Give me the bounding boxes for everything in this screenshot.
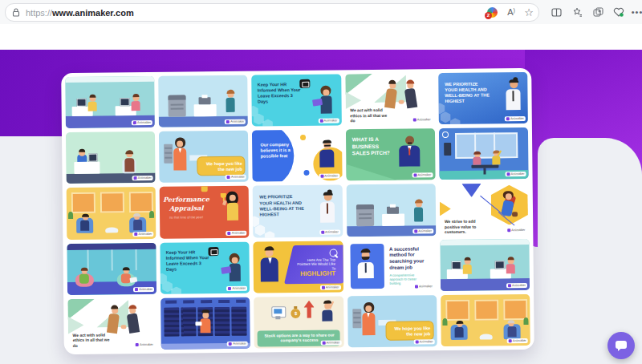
thumbnail-talkshow[interactable]: Animaker <box>67 187 156 239</box>
address-bar[interactable]: https://www.animaker.com <box>5 3 539 22</box>
thumbnail-highlight[interactable]: Here Are The Top Pointers We Would Like … <box>254 241 343 293</box>
tile-subtext: Its that time of the year! <box>168 216 205 220</box>
thumbnail-talkshow[interactable]: Animaker <box>441 294 530 346</box>
collections-icon[interactable] <box>568 3 586 21</box>
thumbnail-ethics[interactable]: We act with solid ethics in all that we … <box>67 298 157 350</box>
art-shape <box>255 224 266 236</box>
art-shape <box>463 265 472 274</box>
thumbnail-printer[interactable]: Animaker <box>346 184 436 237</box>
thumbnail-prioritize-light[interactable]: WE PRIORITIZE YOUR HEALTH AND WELL-BEING… <box>253 185 343 237</box>
art-shape <box>87 249 88 270</box>
chat-widget-button[interactable] <box>607 332 635 359</box>
art-shape: Animaker <box>511 229 525 232</box>
art-shape <box>494 261 504 269</box>
art-shape <box>165 152 172 154</box>
art-shape <box>408 148 410 156</box>
art-shape <box>88 154 97 162</box>
art-shape: Animaker <box>325 230 339 233</box>
art-shape: Animaker <box>139 288 152 291</box>
art-shape <box>295 306 298 309</box>
thumbnail-hr-cyan[interactable]: Keep Your HR Informed When Your Leave Ex… <box>252 74 342 126</box>
thumbnail-beanbags[interactable]: Animaker <box>67 242 156 294</box>
art-shape <box>199 97 211 104</box>
thumbnail-stock-options[interactable]: $ Stock options are a way to share our c… <box>254 296 344 348</box>
animaker-watermark: Animaker <box>132 176 153 180</box>
animaker-watermark: Animaker <box>133 287 154 292</box>
url-text: https://www.animaker.com <box>26 8 134 18</box>
art-shape <box>408 143 412 144</box>
animaker-watermark: Animaker <box>320 340 341 345</box>
extension-icon[interactable]: 2 <box>483 3 501 21</box>
thumbnail-servers[interactable]: Animaker <box>160 297 250 349</box>
art-shape <box>507 320 514 323</box>
art-shape: Animaker <box>326 285 339 289</box>
art-shape <box>136 343 139 346</box>
art-shape <box>444 143 451 156</box>
extension-badge: 2 <box>485 12 492 19</box>
thumbnail-interview-mint[interactable]: Animaker <box>66 131 156 184</box>
art-shape <box>507 326 516 337</box>
thumbnail-desks[interactable]: Animaker <box>440 239 530 291</box>
tile-text: Keep Your HR Informed When Your Leave Ex… <box>166 249 209 273</box>
art-shape <box>507 229 510 232</box>
site-header: Animaker Product▾ Resources▾ Features Pr… <box>0 24 642 50</box>
art-shape <box>345 91 361 109</box>
settings-menu-icon[interactable]: ••• <box>628 3 642 21</box>
art-shape <box>304 170 310 176</box>
tile-text: WE PRIORITIZE YOUR HEALTH AND WELL-BEING… <box>445 81 490 104</box>
art-shape <box>523 317 528 325</box>
art-shape <box>226 98 235 112</box>
split-screen-icon[interactable] <box>547 3 565 21</box>
thumbnail-new-job[interactable]: We hope you like the new job Animaker <box>159 131 249 183</box>
thumbnail-strive[interactable]: We strive to add positive value to custo… <box>439 183 529 235</box>
tab-groups-icon[interactable] <box>589 3 607 21</box>
read-aloud-icon[interactable]: A) <box>502 3 520 21</box>
thumbnail-meeting[interactable]: Animaker <box>439 127 529 180</box>
art-shape <box>133 220 142 230</box>
art-shape <box>74 162 100 174</box>
art-shape <box>414 229 417 233</box>
art-shape: Animaker <box>420 340 433 343</box>
art-shape <box>492 156 500 165</box>
art-shape <box>359 217 372 219</box>
art-shape <box>132 101 140 111</box>
thumbnail-appraisal[interactable]: Performance Appraisal Its that time of t… <box>160 186 250 238</box>
art-shape <box>218 300 230 303</box>
thumbnail-new-job[interactable]: We hope you like the new job Animaker <box>347 295 437 347</box>
art-shape: Animaker <box>324 175 338 178</box>
art-shape <box>120 98 130 106</box>
art-shape <box>319 119 323 123</box>
art-shape <box>211 249 218 255</box>
thumbnail-possible-feat[interactable]: Our company believes it is a possible fe… <box>252 130 342 182</box>
person <box>232 257 238 263</box>
thumbnail-printer[interactable]: Animaker <box>158 75 248 127</box>
animaker-watermark: Animaker <box>505 116 526 121</box>
section-background <box>538 138 642 364</box>
thumbnail-hr-cyan[interactable]: Keep Your HR Informed When Your Leave Ex… <box>160 241 250 293</box>
art-shape <box>413 174 416 177</box>
favorites-star-icon[interactable]: ☆ <box>520 3 538 21</box>
art-shape <box>226 120 230 123</box>
art-shape <box>445 300 469 321</box>
art-shape <box>455 132 518 159</box>
art-shape <box>454 327 463 338</box>
art-shape <box>127 313 140 334</box>
lock-icon <box>12 8 20 17</box>
art-shape <box>440 239 529 245</box>
thumbnail-dream-job[interactable]: A successful method for searching your d… <box>347 240 437 292</box>
thumbnail-ethics[interactable]: We act with solid ethics in all that we … <box>345 73 435 125</box>
art-shape <box>132 94 139 97</box>
art-shape <box>276 316 281 319</box>
thumbnail-sales-pitch[interactable]: WHAT IS A BUSINESS SALES PITCH? Animaker <box>346 128 436 180</box>
tile-text: WE PRIORITIZE YOUR HEALTH AND WELL-BEING… <box>259 194 304 217</box>
browser-essentials-icon[interactable] <box>610 3 628 21</box>
animaker-watermark: Animaker <box>412 117 433 122</box>
thumbnail-desks[interactable]: Animaker <box>65 76 155 128</box>
art-shape: Animaker <box>232 286 246 289</box>
animaker-watermark: Animaker <box>133 231 154 236</box>
art-shape <box>456 321 463 324</box>
art-shape <box>107 313 120 333</box>
animaker-watermark: Animaker <box>507 338 528 343</box>
art-shape <box>123 267 130 270</box>
thumbnail-prioritize-blue[interactable]: WE PRIORITIZE YOUR HEALTH AND WELL-BEING… <box>438 72 528 124</box>
